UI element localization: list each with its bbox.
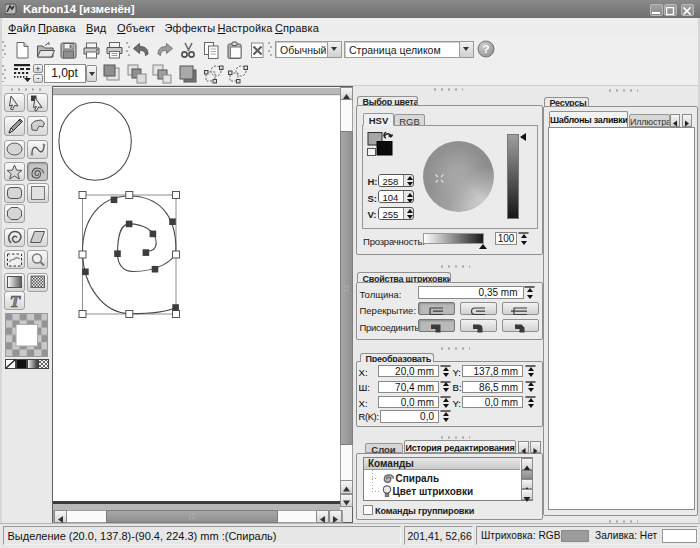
svg-text:T: T: [9, 293, 20, 309]
svg-text:?: ?: [483, 43, 490, 55]
